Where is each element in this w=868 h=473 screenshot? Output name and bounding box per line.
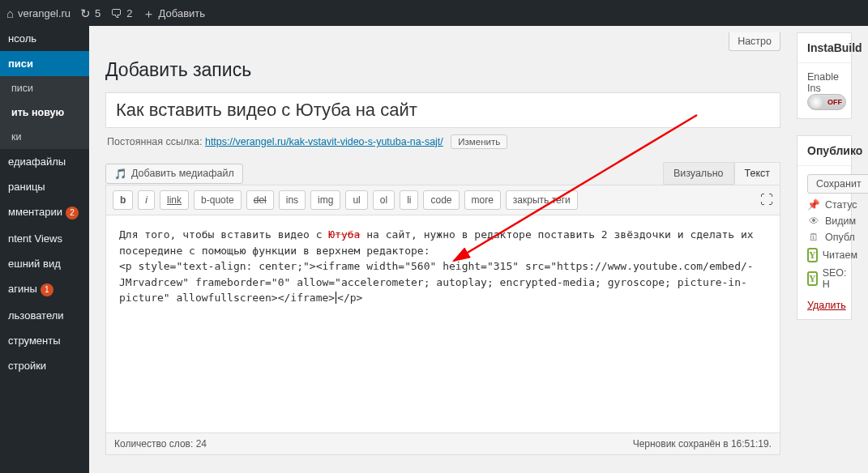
yoast-readability-label: Читаем [823,249,857,261]
sidebar-item-settings[interactable]: стройки [0,353,89,378]
content-area: Настро Добавить запись Постоянная ссылка… [89,26,868,473]
qt-more[interactable]: more [464,190,501,210]
add-media-button[interactable]: 🎵 Добавить медиафайл [105,164,243,184]
sidebar-item-label: нсоль [8,32,36,45]
yoast-seo-label: SEO: Н [823,267,847,290]
sidebar-item-plugins[interactable]: агины1 [0,276,89,303]
sidebar-submenu-posts: писи ить новую ки [0,76,89,149]
adminbar-site-label: verangel.ru [18,7,71,19]
sidebar-item-content-views[interactable]: ntent Views [0,226,89,251]
permalink-row: Постоянная ссылка: https://verangel.ru/k… [107,134,779,149]
qt-del[interactable]: del [246,190,274,210]
adminbar-add-label: Добавить [159,7,205,19]
screen-options-button[interactable]: Настро [729,32,780,51]
qt-ins[interactable]: ins [279,190,306,210]
permalink-edit-button[interactable]: Изменить [451,134,507,149]
publish-status-label: Статус [825,199,857,211]
tab-text[interactable]: Текст [734,162,780,185]
qt-ol[interactable]: ol [373,190,395,210]
post-title-input[interactable] [105,92,780,128]
refresh-icon: ↻ [80,7,91,19]
sidebar-item-label: ки [11,131,21,143]
sidebar-item-all-posts[interactable]: писи [0,76,89,100]
qt-img[interactable]: img [310,190,340,210]
home-icon: ⌂ [6,7,14,19]
sidebar-item-add-new[interactable]: ить новую [0,100,89,125]
word-count: Количество слов: 24 [114,438,207,450]
box-instabuilder: InstaBuild Enable Ins OFF [797,32,852,119]
sidebar-item-label: ить новую [11,107,64,118]
qt-italic[interactable]: i [138,190,155,210]
camera-icon: 🎵 [114,168,127,180]
yoast-icon: Y [807,271,818,286]
autosave-status: Черновик сохранён в 16:51:19. [633,438,772,450]
comment-icon: 🗨 [110,7,122,19]
sidebar-item-label: агины [8,283,37,295]
adminbar-add-new[interactable]: ＋ Добавить [143,7,205,19]
publish-schedule-label: Опубл [825,232,855,243]
toggle-state-label: OFF [827,98,842,106]
instabuilder-enable-label: Enable Ins [807,71,841,94]
sidebar-item-label: писи [11,83,33,94]
sidebar-item-users[interactable]: льзователи [0,303,89,328]
qt-label: link [167,194,182,206]
plus-icon: ＋ [143,7,155,19]
editor-tabs: Визуально Текст [663,162,780,185]
sidebar-item-label: едиафайлы [8,156,66,168]
post-content-editor[interactable]: Для того, чтобы вставить видео с Ютуба н… [105,215,780,433]
box-instabuilder-title: InstaBuild [797,33,851,63]
sidebar-item-tools[interactable]: струменты [0,328,89,353]
adminbar-comments[interactable]: 🗨 2 [110,7,132,19]
sidebar-item-label: писи [8,58,33,70]
qt-ul[interactable]: ul [345,190,367,210]
box-publish-title: Опублико [797,136,851,166]
sidebar-item-label: мментарии [8,206,62,218]
sidebar-item-label: ntent Views [8,232,62,245]
sidebar-item-label: раницы [8,181,45,193]
editor-footer: Количество слов: 24 Черновик сохранён в … [105,433,780,455]
sidebar-item-dashboard[interactable]: нсоль [0,26,89,51]
page-title: Добавить запись [105,59,780,81]
instabuilder-toggle[interactable]: OFF [807,94,846,110]
sidebar-item-pages[interactable]: раницы [0,174,89,199]
comments-count-badge: 2 [66,207,79,219]
qt-label: b [120,194,126,206]
screen-options-row: Настро [105,32,780,51]
qt-label: del [254,194,267,206]
yoast-icon: Y [807,248,818,262]
sidebar-item-appearance[interactable]: ешний вид [0,251,89,276]
permalink-label: Постоянная ссылка: [107,136,202,147]
sidebar-item-media[interactable]: едиафайлы [0,149,89,174]
qt-bold[interactable]: b [113,190,133,210]
sidebar-item-categories[interactable]: ки [0,125,89,149]
sidebar-item-posts[interactable]: писи [0,51,89,76]
sidebar-item-comments[interactable]: мментарии2 [0,199,89,226]
calendar-icon: 🗓 [807,232,820,243]
sidebar-item-label: стройки [8,360,46,372]
box-publish: Опублико Сохранит 📌Статус 👁Видим 🗓Опубл … [797,135,852,320]
qt-link[interactable]: link [160,190,189,210]
quicktags-toolbar: b i link b-quote del ins img ul ol li co… [105,185,780,215]
eye-icon: 👁 [807,215,820,227]
save-draft-button[interactable]: Сохранит [807,174,868,194]
qt-li[interactable]: li [400,190,418,210]
tab-visual[interactable]: Визуально [663,162,734,185]
permalink-url[interactable]: https://verangel.ru/kak-vstavit-video-s-… [205,136,443,147]
pin-icon: 📌 [807,198,820,211]
qt-close-tags[interactable]: закрыть теги [506,190,578,210]
adminbar-site[interactable]: ⌂ verangel.ru [6,7,71,19]
plugins-count-badge: 1 [41,283,53,296]
sidebar-item-label: льзователи [8,309,64,322]
move-to-trash-link[interactable]: Удалить [807,300,846,311]
fullscreen-icon[interactable]: ⛶ [760,193,773,207]
adminbar-updates[interactable]: ↻ 5 [80,7,100,19]
publish-visibility-label: Видим [825,215,856,227]
qt-bquote[interactable]: b-quote [194,190,242,210]
admin-sidebar: нсоль писи писи ить новую ки едиафайлы р… [0,26,89,473]
qt-code[interactable]: code [423,190,459,210]
sidebar-item-label: ешний вид [8,258,61,270]
add-media-label: Добавить медиафайл [131,168,234,179]
qt-label: i [145,194,148,206]
admin-bar: ⌂ verangel.ru ↻ 5 🗨 2 ＋ Добавить [0,0,868,26]
sidebar-item-label: струменты [8,335,61,347]
